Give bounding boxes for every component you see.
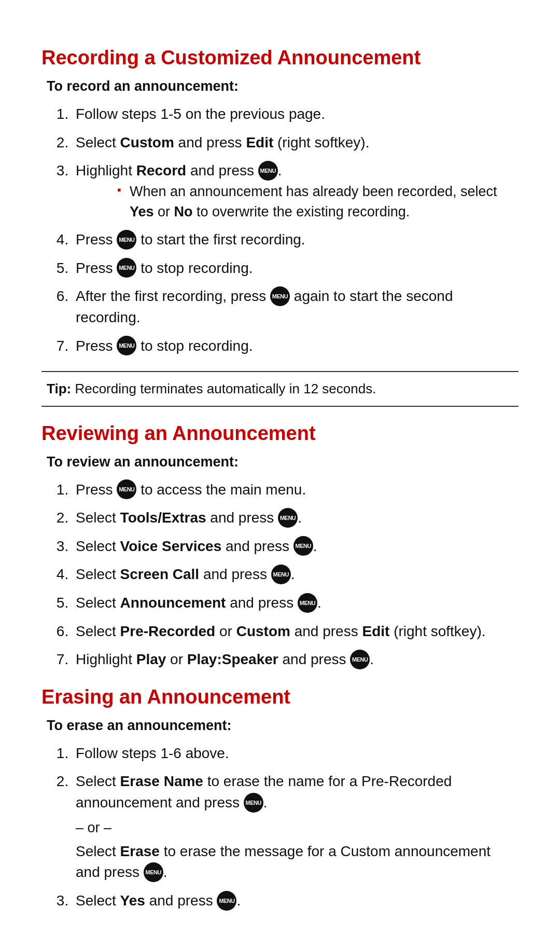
erase-alt-text: Select Erase to erase the message for a … xyxy=(76,841,519,883)
reviewing-step-1: Press MENUOK to access the main menu. xyxy=(73,479,519,501)
erasing-step-3: Select Yes and press MENUOK. xyxy=(73,890,519,912)
reviewing-step-5: Select Announcement and press MENUOK. xyxy=(73,593,519,614)
menu-ok-icon-3: MENUOK xyxy=(117,258,136,278)
menu-ok-icon-12: MENUOK xyxy=(244,793,263,813)
tip-text: Recording terminates automatically in 12… xyxy=(75,381,376,396)
menu-ok-icon: MENUOK xyxy=(258,161,278,181)
recording-bullet-1: When an announcement has already been re… xyxy=(117,182,519,222)
erasing-subtitle: To erase an announcement: xyxy=(47,718,519,734)
menu-ok-icon-13: MENUOK xyxy=(144,862,163,882)
or-divider: – or – xyxy=(76,818,519,838)
recording-step-3: Highlight Record and press MENUOK. When … xyxy=(73,160,519,222)
erasing-steps: Follow steps 1-6 above. Select Erase Nam… xyxy=(73,743,519,912)
reviewing-title: Reviewing an Announcement xyxy=(41,422,519,445)
recording-step-6: After the first recording, press MENUOK … xyxy=(73,286,519,328)
erasing-step-1: Follow steps 1-6 above. xyxy=(73,743,519,764)
menu-ok-icon-2: MENUOK xyxy=(117,230,136,250)
reviewing-step-2: Select Tools/Extras and press MENUOK. xyxy=(73,507,519,529)
reviewing-section: Reviewing an Announcement To review an a… xyxy=(41,422,519,670)
reviewing-step-4: Select Screen Call and press MENUOK. xyxy=(73,564,519,585)
recording-title: Recording a Customized Announcement xyxy=(41,47,519,69)
recording-step-1: Follow steps 1-5 on the previous page. xyxy=(73,104,519,125)
menu-ok-icon-6: MENUOK xyxy=(117,479,136,499)
reviewing-step-7: Highlight Play or Play:Speaker and press… xyxy=(73,649,519,670)
recording-step-5: Press MENUOK to stop recording. xyxy=(73,258,519,279)
reviewing-step-6: Select Pre-Recorded or Custom and press … xyxy=(73,621,519,642)
menu-ok-icon-14: MENUOK xyxy=(217,891,236,911)
menu-ok-icon-10: MENUOK xyxy=(298,593,317,613)
menu-ok-icon-9: MENUOK xyxy=(271,565,291,584)
tip-box: Tip: Recording terminates automatically … xyxy=(41,371,519,406)
tip-label: Tip: xyxy=(47,381,71,396)
menu-ok-icon-4: MENUOK xyxy=(270,286,290,306)
reviewing-steps: Press MENUOK to access the main menu. Se… xyxy=(73,479,519,670)
erasing-step-2: Select Erase Name to erase the name for … xyxy=(73,771,519,883)
recording-subtitle: To record an announcement: xyxy=(47,78,519,94)
menu-ok-icon-8: MENUOK xyxy=(293,536,313,556)
menu-ok-icon-5: MENUOK xyxy=(117,336,136,355)
erasing-title: Erasing an Announcement xyxy=(41,686,519,708)
reviewing-subtitle: To review an announcement: xyxy=(47,454,519,470)
recording-steps: Follow steps 1-5 on the previous page. S… xyxy=(73,104,519,356)
recording-section: Recording a Customized Announcement To r… xyxy=(41,47,519,356)
recording-bullet-list: When an announcement has already been re… xyxy=(117,182,519,222)
menu-ok-icon-11: MENUOK xyxy=(350,650,370,669)
recording-step-7: Press MENUOK to stop recording. xyxy=(73,336,519,357)
erasing-section: Erasing an Announcement To erase an anno… xyxy=(41,686,519,912)
menu-ok-icon-7: MENUOK xyxy=(278,508,298,528)
recording-step-4: Press MENUOK to start the first recordin… xyxy=(73,229,519,251)
reviewing-step-3: Select Voice Services and press MENUOK. xyxy=(73,536,519,557)
recording-step-2: Select Custom and press Edit (right soft… xyxy=(73,132,519,154)
